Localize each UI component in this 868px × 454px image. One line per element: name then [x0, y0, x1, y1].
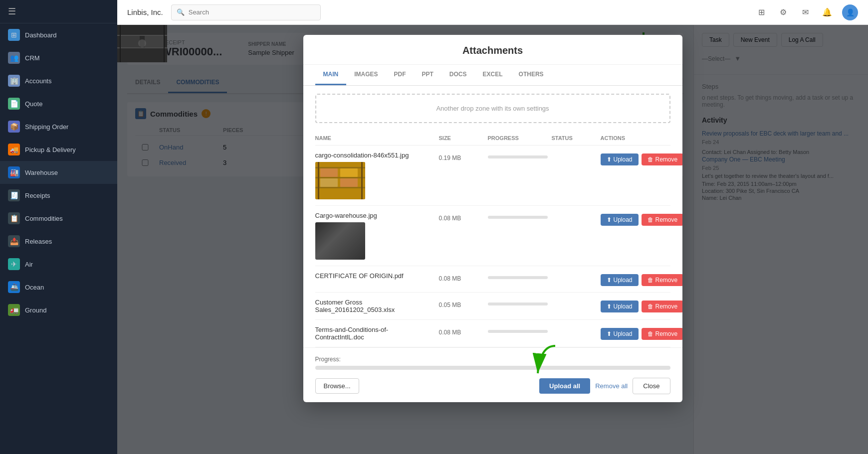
modal-tab-ppt[interactable]: PPT [414, 65, 441, 85]
shipping-icon: 📦 [8, 121, 20, 133]
sidebar-item-label: Shipping Order [25, 123, 68, 131]
remove-all-button[interactable]: Remove all [595, 382, 628, 390]
drop-zone-text: Another drop zone with its own settings [436, 105, 549, 112]
upload-button[interactable]: ⬆ Upload [601, 274, 639, 286]
sidebar-item-warehouse[interactable]: 🏭 Warehouse [0, 161, 117, 184]
warehouse-icon: 🏭 [8, 166, 20, 178]
file-progress [488, 212, 548, 219]
remove-button[interactable]: 🗑 Remove [642, 328, 682, 340]
modal-tabs: MAIN IMAGES PDF PPT DOCS EXCEL OTHERS [303, 65, 682, 86]
svg-rect-3 [315, 167, 365, 168]
modal-tab-pdf[interactable]: PDF [386, 65, 414, 85]
sidebar-item-label: Pickup & Delivery [25, 146, 76, 153]
file-size: 0.08 MB [439, 326, 484, 336]
modal-tab-docs[interactable]: DOCS [441, 65, 475, 85]
settings-icon[interactable]: ⚙ [776, 5, 790, 19]
releases-icon: 📤 [8, 235, 20, 247]
file-progress [488, 299, 548, 305]
drop-zone[interactable]: Another drop zone with its own settings [315, 94, 670, 123]
trash-icon: 🗑 [648, 330, 653, 337]
upload-all-container: Upload all [539, 378, 590, 394]
file-name: CERTIFICATE OF ORIGIN.pdf [315, 272, 435, 280]
upload-icon: ⬆ [607, 277, 612, 284]
file-progress [488, 272, 548, 279]
file-name: Terms-and-Conditions-of-ContractIntlL.do… [315, 326, 435, 341]
sidebar-item-label: Releases [25, 238, 52, 245]
file-size: 0.19 MB [439, 151, 484, 161]
upload-button[interactable]: ⬆ Upload [601, 301, 639, 312]
sidebar-nav: ⊞ Dashboard 👥 CRM 🏢 Accounts 📄 Quote 📦 S… [0, 23, 117, 454]
browse-button[interactable]: Browse... [315, 378, 359, 394]
remove-button[interactable]: 🗑 Remove [642, 274, 682, 286]
file-actions: ⬆ Upload 🗑 Remove [601, 272, 670, 286]
upload-button[interactable]: ⬆ Upload [601, 328, 639, 340]
remove-button[interactable]: 🗑 Remove [642, 153, 682, 165]
remove-button[interactable]: 🗑 Remove [642, 214, 682, 226]
upload-icon: ⬆ [607, 156, 612, 163]
modal-header: Attachments [303, 35, 682, 65]
commodities-nav-icon: 📋 [8, 212, 20, 224]
sidebar-item-dashboard[interactable]: ⊞ Dashboard [0, 23, 117, 46]
file-name-col: cargo-consolidation-846x551.jpg [315, 151, 435, 199]
file-progress [488, 326, 548, 333]
search-icon: 🔍 [177, 8, 185, 16]
svg-rect-7 [340, 168, 358, 177]
topbar-icons: ⊞ ⚙ ✉ 🔔 👤 [754, 4, 858, 20]
sidebar-item-crm[interactable]: 👥 CRM [0, 46, 117, 69]
svg-rect-5 [315, 187, 365, 188]
modal-tab-excel[interactable]: EXCEL [475, 65, 511, 85]
upload-button[interactable]: ⬆ Upload [601, 214, 639, 226]
svg-rect-6 [320, 168, 338, 177]
sidebar-item-shipping[interactable]: 📦 Shipping Order [0, 115, 117, 138]
sidebar-item-commodities[interactable]: 📋 Commodities [0, 207, 117, 230]
file-table-header: Name Size Progress Status Actions [315, 131, 670, 146]
file-actions: ⬆ Upload 🗑 Remove [601, 212, 670, 226]
modal-tab-others[interactable]: OTHERS [511, 65, 552, 85]
grid-icon[interactable]: ⊞ [754, 5, 768, 19]
sidebar-item-label: Ground [25, 306, 46, 314]
ocean-icon: 🚢 [8, 281, 20, 293]
sidebar: ☰ ⊞ Dashboard 👥 CRM 🏢 Accounts 📄 Quote 📦… [0, 0, 117, 454]
file-actions: ⬆ Upload 🗑 Remove [601, 299, 670, 312]
file-name: cargo-consolidation-846x551.jpg [315, 151, 435, 159]
main-area: Linbis, Inc. 🔍 ⊞ ⚙ ✉ 🔔 👤 📦 RECEIPT WRI00… [117, 0, 868, 454]
file-row: Terms-and-Conditions-of-ContractIntlL.do… [315, 320, 670, 347]
avatar[interactable]: 👤 [842, 4, 858, 20]
sidebar-item-air[interactable]: ✈ Air [0, 253, 117, 276]
receipts-icon: 🧾 [8, 189, 20, 201]
file-name-col: CERTIFICATE OF ORIGIN.pdf [315, 272, 435, 280]
modal-tab-main[interactable]: MAIN [315, 65, 347, 85]
trash-icon: 🗑 [648, 216, 653, 223]
svg-rect-11 [361, 162, 363, 199]
search-input[interactable] [189, 8, 315, 16]
sidebar-item-ocean[interactable]: 🚢 Ocean [0, 276, 117, 299]
hamburger-icon[interactable]: ☰ [8, 6, 16, 17]
file-actions: ⬆ Upload 🗑 Remove [601, 326, 670, 340]
search-bar[interactable]: 🔍 [171, 4, 321, 20]
file-table: Name Size Progress Status Actions cargo-… [303, 131, 682, 347]
svg-rect-9 [340, 178, 358, 187]
modal-tab-images[interactable]: IMAGES [346, 65, 386, 85]
remove-button[interactable]: 🗑 Remove [642, 301, 682, 312]
file-name-col: Terms-and-Conditions-of-ContractIntlL.do… [315, 326, 435, 341]
sidebar-item-pickup[interactable]: 🚚 Pickup & Delivery [0, 138, 117, 161]
file-size: 0.08 MB [439, 272, 484, 282]
crm-icon: 👥 [8, 52, 20, 64]
sidebar-item-label: Ocean [25, 284, 44, 291]
mail-icon[interactable]: ✉ [798, 5, 812, 19]
upload-button[interactable]: ⬆ Upload [601, 153, 639, 165]
sidebar-item-ground[interactable]: 🚛 Ground [0, 299, 117, 321]
pickup-icon: 🚚 [8, 144, 20, 155]
close-modal-button[interactable]: Close [633, 378, 670, 394]
footer-buttons: Browse... [315, 378, 670, 394]
sidebar-item-receipts[interactable]: 🧾 Receipts [0, 184, 117, 207]
file-size: 0.08 MB [439, 212, 484, 222]
sidebar-item-label: Dashboard [25, 31, 57, 39]
sidebar-item-releases[interactable]: 📤 Releases [0, 230, 117, 253]
bell-icon[interactable]: 🔔 [820, 5, 834, 19]
file-name: Cargo-warehouse.jpg [315, 212, 435, 219]
sidebar-item-accounts[interactable]: 🏢 Accounts [0, 69, 117, 92]
sidebar-item-label: Air [25, 261, 33, 268]
sidebar-item-quote[interactable]: 📄 Quote [0, 92, 117, 115]
sidebar-header: ☰ [0, 0, 117, 23]
